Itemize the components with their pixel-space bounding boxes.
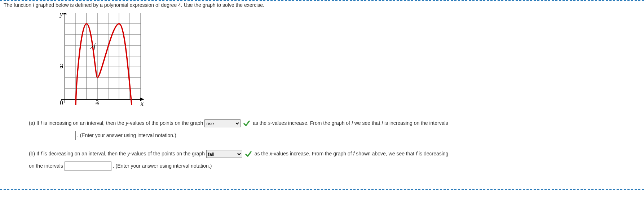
x-tick-3: 3 [96, 99, 99, 106]
curve-f [76, 24, 132, 105]
qa-select-rise-fall[interactable]: rise [204, 119, 241, 127]
curve-label: f [94, 42, 97, 50]
qa-t4: -values increase. From the graph of [270, 120, 352, 126]
qb-interval-input[interactable] [65, 162, 111, 171]
qb-t4: -values increase. From the graph of [272, 151, 353, 156]
qa-xv: x [268, 120, 270, 126]
statement-pre: The function [4, 2, 33, 8]
qb-t1: is decreasing on an interval, then the [42, 151, 128, 156]
question-a: (a) If f is increasing on an interval, t… [29, 117, 644, 141]
qb-t8: . (Enter your answer using interval nota… [113, 163, 212, 169]
statement-mid: graphed below is defined by a polynomial… [34, 2, 264, 8]
origin-label: 0 [60, 99, 63, 106]
polynomial-graph: 3 3 0 y x f [47, 13, 144, 110]
qb-select-rise-fall[interactable]: fall [206, 150, 242, 158]
y-axis-label: y [59, 13, 63, 18]
y-tick-3: 3 [60, 63, 63, 70]
question-b: (b) If f is decreasing on an interval, t… [29, 148, 644, 172]
qb-t7: on the intervals [29, 163, 65, 169]
qa-t1: is increasing on an interval, then the [42, 120, 126, 126]
qb-t3: as the [255, 151, 270, 156]
qa-interval-input[interactable] [29, 131, 76, 140]
qa-t2: -values of the points on the graph [128, 120, 204, 126]
check-icon [245, 151, 252, 157]
check-icon [243, 120, 250, 127]
qb-t5: shown above, we see that [354, 151, 416, 156]
svg-marker-17 [63, 13, 67, 14]
qa-t3: as the [253, 120, 268, 126]
qb-xv: x [270, 151, 272, 156]
qb-t6: is decreasing [417, 151, 448, 156]
qb-t2: -values of the points on the graph [130, 151, 206, 156]
qa-t7: . (Enter your answer using interval nota… [77, 132, 176, 138]
x-axis-label: x [140, 100, 144, 107]
qa-t6: is increasing on the intervals [383, 120, 448, 126]
qa-label: (a) If [29, 120, 41, 126]
qa-t5: we see that [353, 120, 381, 126]
qb-label: (b) If [29, 151, 41, 156]
problem-statement: The function f graphed below is defined … [0, 1, 644, 9]
